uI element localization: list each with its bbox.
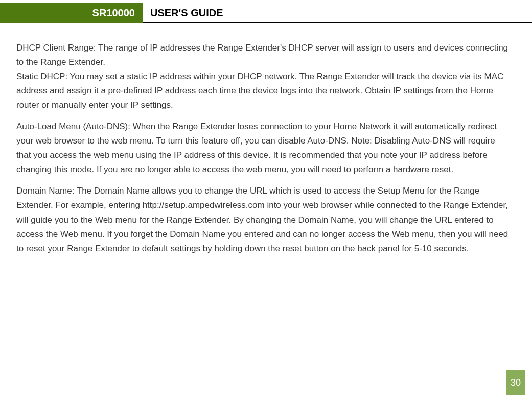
paragraph-auto-dns: Auto-Load Menu (Auto-DNS): When the Rang… bbox=[16, 120, 512, 177]
paragraph-dhcp: DHCP Client Range: The range of IP addre… bbox=[16, 41, 512, 112]
model-badge: SR10000 bbox=[0, 3, 143, 23]
document-header: SR10000 USER'S GUIDE bbox=[0, 3, 532, 23]
page-title: USER'S GUIDE bbox=[143, 3, 223, 22]
page-number: 30 bbox=[506, 370, 525, 395]
model-label: SR10000 bbox=[92, 7, 135, 19]
paragraph-domain-name: Domain Name: The Domain Name allows you … bbox=[16, 184, 512, 255]
page-number-value: 30 bbox=[511, 377, 521, 388]
document-body: DHCP Client Range: The range of IP addre… bbox=[0, 23, 532, 256]
